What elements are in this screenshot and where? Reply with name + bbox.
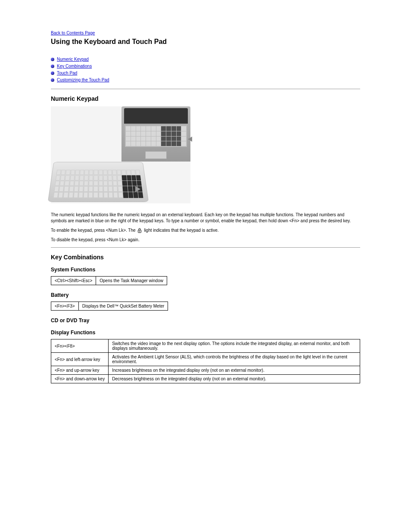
toc-link[interactable]: Numeric Keypad xyxy=(57,56,89,63)
toc-link[interactable]: Touch Pad xyxy=(57,70,77,77)
table-row: <Fn> and down-arrow keyDecreases brightn… xyxy=(51,375,360,383)
toc-link[interactable]: Key Combinations xyxy=(57,63,92,70)
page-title: Using the Keyboard and Touch Pad xyxy=(51,38,360,46)
enable-suffix: light indicates that the keypad is activ… xyxy=(144,228,218,233)
toc-list: Numeric KeypadKey CombinationsTouch PadC… xyxy=(51,56,360,84)
desc-cell: Increases brightness on the integrated d… xyxy=(109,366,360,375)
bullet-icon xyxy=(51,72,54,75)
heading-display-functions: Display Functions xyxy=(51,330,360,336)
heading-numeric-keypad: Numeric Keypad xyxy=(51,95,360,102)
desc-cell: Switches the video image to the next dis… xyxy=(109,339,360,353)
key-combo-cell: <Fn> and down-arrow key xyxy=(51,375,109,383)
key-combo-cell: <Ctrl><Shift><Esc> xyxy=(51,277,96,285)
table-row: <Fn> and up-arrow keyIncreases brightnes… xyxy=(51,366,360,375)
external-keyboard-illustration xyxy=(51,158,146,203)
numlock-icon: 9 xyxy=(137,228,142,233)
enable-prefix: To enable the keypad, press <Num Lk>. Th… xyxy=(51,228,137,233)
toc-link[interactable]: Customizing the Touch Pad xyxy=(57,77,109,84)
breadcrumb-back[interactable]: Back to Contents Page xyxy=(51,31,95,35)
divider xyxy=(51,247,360,248)
table-system-functions: <Ctrl><Shift><Esc>Opens the Task Manager… xyxy=(51,276,167,285)
laptop-keyboard xyxy=(125,125,187,147)
heading-system-functions: System Functions xyxy=(51,267,360,273)
toc-item: Key Combinations xyxy=(51,63,360,70)
bullet-icon xyxy=(51,78,54,82)
key-combo-cell: <Fn> and up-arrow key xyxy=(51,366,109,375)
key-combo-cell: <Fn><F8> xyxy=(51,339,109,353)
toc-item: Numeric Keypad xyxy=(51,56,360,63)
table-row: <Fn><F8>Switches the video image to the … xyxy=(51,339,360,353)
key-combo-cell: <Fn> and left-arrow key xyxy=(51,353,109,366)
keyboard-figure xyxy=(51,106,190,203)
toc-item: Customizing the Touch Pad xyxy=(51,77,360,84)
divider xyxy=(51,89,360,89)
key-combo-cell: <Fn><F3> xyxy=(51,302,79,311)
desc-cell: Activates the Ambient Light Sensor (ALS)… xyxy=(109,353,360,366)
table-display-functions: <Fn><F8>Switches the video image to the … xyxy=(51,339,360,383)
numeric-keypad-desc: The numeric keypad functions like the nu… xyxy=(51,212,360,224)
numeric-keypad-disable: To disable the keypad, press <Num Lk> ag… xyxy=(51,237,360,243)
table-row: <Fn> and left-arrow keyActivates the Amb… xyxy=(51,353,360,366)
heading-cdtray: CD or DVD Tray xyxy=(51,317,360,324)
desc-cell: Displays the Dell™ QuickSet Battery Mete… xyxy=(78,302,168,311)
numeric-keypad-enable: To enable the keypad, press <Num Lk>. Th… xyxy=(51,227,360,233)
bullet-icon xyxy=(51,65,54,68)
table-row: <Fn><F3>Displays the Dell™ QuickSet Batt… xyxy=(51,302,168,311)
laptop-illustration xyxy=(121,106,190,162)
svg-text:9: 9 xyxy=(139,230,140,233)
heading-key-combinations: Key Combinations xyxy=(51,254,360,261)
desc-cell: Opens the Task Manager window xyxy=(96,277,167,285)
toc-item: Touch Pad xyxy=(51,70,360,77)
heading-battery: Battery xyxy=(51,292,360,298)
table-row: <Ctrl><Shift><Esc>Opens the Task Manager… xyxy=(51,277,167,285)
table-battery: <Fn><F3>Displays the Dell™ QuickSet Batt… xyxy=(51,302,168,311)
desc-cell: Decreases brightness on the integrated d… xyxy=(109,375,360,383)
bullet-icon xyxy=(51,58,54,61)
